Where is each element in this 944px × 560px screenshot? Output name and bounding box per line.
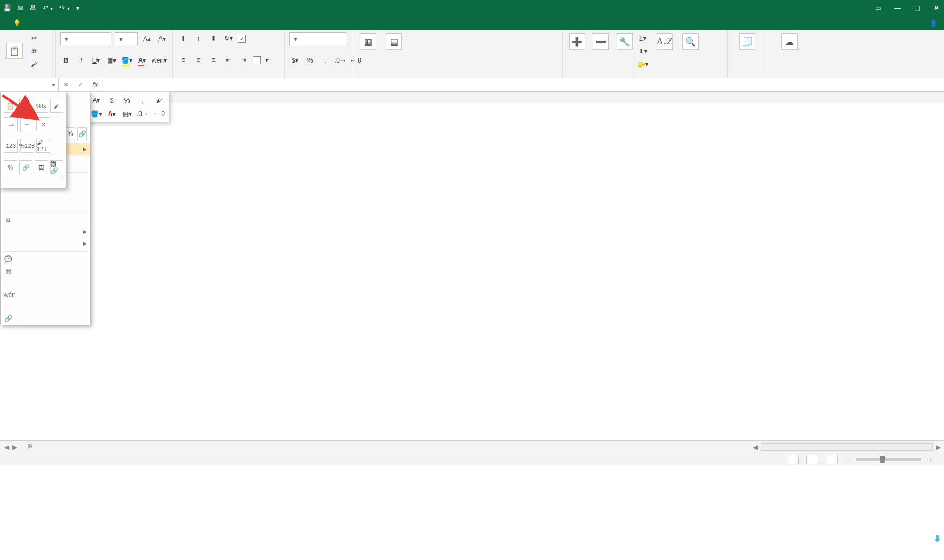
menu-define-name[interactable] xyxy=(1,301,90,313)
sub-paste-colwidth-icon[interactable]: ↔ xyxy=(20,117,34,131)
bold-button[interactable]: B xyxy=(60,55,72,66)
sub-paste-formulas-num-icon[interactable]: %fx xyxy=(35,99,48,113)
increase-decimal-icon[interactable]: .0→ xyxy=(334,55,346,66)
sub-link-icon[interactable]: 🔗 xyxy=(19,160,33,174)
minimize-icon[interactable]: — xyxy=(893,4,902,12)
menu-quick-analysis[interactable]: ⧈ xyxy=(1,214,90,226)
formula-input[interactable] xyxy=(103,78,944,91)
sub-paste-noborder-icon[interactable]: ▭ xyxy=(4,117,18,131)
zoom-slider[interactable] xyxy=(856,458,921,461)
indent-increase-icon[interactable]: ⇥ xyxy=(238,54,250,66)
menu-clear-contents[interactable] xyxy=(1,198,90,210)
find-select-button[interactable]: 🔍 xyxy=(680,32,701,52)
sub-values-icon[interactable]: 123 xyxy=(4,139,18,153)
sheet-nav-next-icon[interactable]: ▶ xyxy=(12,443,17,451)
fx-icon[interactable]: fx xyxy=(88,78,103,91)
qat-customize-icon[interactable]: ▾ xyxy=(76,4,79,12)
align-left-icon[interactable]: ≡ xyxy=(177,54,189,66)
menu-format-cells[interactable]: ▦ xyxy=(1,265,90,277)
mini-format-painter-icon[interactable]: 🖌 xyxy=(152,95,165,106)
sub-paste-keep-src-icon[interactable]: 🖌 xyxy=(50,99,64,113)
percent-format-icon[interactable]: % xyxy=(304,55,316,66)
sub-paste-icon[interactable]: 📋 xyxy=(4,99,17,113)
qat-redo-icon[interactable]: ↷▾ xyxy=(59,4,70,12)
sub-formatting-icon[interactable]: % xyxy=(4,160,17,174)
border-button[interactable]: ▦▾ xyxy=(105,55,117,66)
paste-opt-link-icon[interactable]: 🔗 xyxy=(77,127,87,140)
enter-formula-icon[interactable]: ✓ xyxy=(73,78,88,91)
merge-center-button[interactable]: ▾ xyxy=(253,56,269,64)
font-color-button[interactable]: A▾ xyxy=(136,55,148,66)
mini-border-icon[interactable]: ▦▾ xyxy=(121,109,133,119)
mini-fill-color-icon[interactable]: 🪣▾ xyxy=(90,109,103,119)
mini-inc-decimal-icon[interactable]: .0→ xyxy=(136,109,149,119)
comma-format-icon[interactable]: , xyxy=(319,55,331,66)
clear-button[interactable]: 🧽 ▾ xyxy=(637,58,649,70)
qat-email-icon[interactable]: ✉ xyxy=(18,4,23,12)
orientation-icon[interactable]: ↻▾ xyxy=(223,32,235,44)
zoom-out-icon[interactable]: − xyxy=(845,456,848,463)
number-format-combo[interactable]: ▾ xyxy=(289,32,346,45)
view-page-layout-icon[interactable] xyxy=(806,455,818,464)
menu-hyperlink[interactable]: 🔗 xyxy=(1,313,90,325)
decrease-font-icon[interactable]: A▾ xyxy=(156,33,168,45)
mini-percent-icon[interactable]: % xyxy=(121,95,133,106)
font-size-combo[interactable]: ▾ xyxy=(115,32,138,45)
share-button[interactable]: 👤 xyxy=(929,19,938,27)
align-middle-icon[interactable]: ↕ xyxy=(192,32,204,44)
fill-button[interactable]: ⬇ ▾ xyxy=(637,45,649,57)
increase-font-icon[interactable]: A▴ xyxy=(141,33,153,45)
mini-dec-decimal-icon[interactable]: ←.0 xyxy=(152,109,165,119)
paste-button[interactable]: 📋 xyxy=(4,42,25,61)
align-center-icon[interactable]: ≡ xyxy=(192,54,204,66)
mini-font-color-icon[interactable]: A▾ xyxy=(106,109,118,119)
fill-color-button[interactable]: 🪣▾ xyxy=(120,55,133,66)
save-to-baidu-button[interactable]: ☁ xyxy=(772,32,807,52)
sub-linked-pic-icon[interactable]: 🖼🔗 xyxy=(50,160,64,174)
close-icon[interactable]: ✕ xyxy=(932,4,941,12)
align-bottom-icon[interactable]: ⬇ xyxy=(207,32,219,44)
qat-save-icon[interactable]: 💾 xyxy=(3,4,11,12)
qat-undo-icon[interactable]: ↶▾ xyxy=(43,4,53,12)
sub-picture-icon[interactable]: 🖼 xyxy=(35,160,48,174)
cut-button[interactable]: ✂ xyxy=(28,32,40,44)
tell-me-search[interactable]: 💡 xyxy=(13,16,24,30)
italic-button[interactable]: I xyxy=(75,55,87,66)
sheet-nav[interactable]: ◀▶ xyxy=(0,441,22,454)
wrap-text-button[interactable]: ✓ xyxy=(238,35,248,43)
new-sheet-button[interactable]: ⊕ xyxy=(22,441,38,454)
menu-show-phonetic[interactable]: wén xyxy=(1,289,90,301)
view-page-break-icon[interactable] xyxy=(826,455,838,464)
sub-paste-transpose-icon[interactable]: ⤭ xyxy=(36,117,50,131)
format-as-table-button[interactable]: ▤ xyxy=(384,32,404,52)
menu-sort[interactable] xyxy=(1,238,90,249)
sort-filter-button[interactable]: A↓Z xyxy=(654,32,675,52)
maximize-icon[interactable]: ▢ xyxy=(913,4,921,12)
menu-filter[interactable] xyxy=(1,226,90,238)
font-name-combo[interactable]: ▾ xyxy=(60,32,111,45)
align-top-icon[interactable]: ⬆ xyxy=(177,32,189,44)
view-normal-icon[interactable] xyxy=(787,455,799,464)
ribbon-display-options-icon[interactable]: ▭ xyxy=(874,4,882,12)
copy-button[interactable]: ⧉ xyxy=(28,45,40,57)
align-right-icon[interactable]: ≡ xyxy=(207,54,219,66)
mini-decrease-font-icon[interactable]: A▾ xyxy=(90,95,103,106)
horizontal-scrollbar[interactable]: ◀▶ xyxy=(749,441,944,454)
autosum-button[interactable]: Σ ▾ xyxy=(637,32,649,44)
qat-print-icon[interactable]: 🖶 xyxy=(30,4,36,12)
menu-pick-from-list[interactable] xyxy=(1,277,90,289)
sub-values-num-icon[interactable]: %123 xyxy=(20,139,34,153)
spreadsheet-grid[interactable]: ▾ ▾ A▴ A▾ $ % , 🖌 B I ≡ 🪣▾ A▾ ▦▾ .0→ ←.0… xyxy=(0,92,944,440)
underline-button[interactable]: U▾ xyxy=(90,55,102,66)
insert-cells-button[interactable]: ➕ xyxy=(567,32,587,52)
indent-decrease-icon[interactable]: ⇤ xyxy=(223,54,235,66)
menu-insert-comment[interactable]: 💬 xyxy=(1,253,90,265)
delete-cells-button[interactable]: ➖ xyxy=(591,32,611,52)
sheet-nav-prev-icon[interactable]: ◀ xyxy=(4,443,9,451)
cancel-formula-icon[interactable]: ✕ xyxy=(59,78,73,91)
accounting-format-icon[interactable]: $▾ xyxy=(289,55,301,66)
name-box[interactable]: ▾ xyxy=(0,78,59,91)
zoom-in-icon[interactable]: + xyxy=(929,456,932,463)
sub-paste-special-item[interactable] xyxy=(4,181,63,186)
sub-values-src-icon[interactable]: 🖌123 xyxy=(36,139,50,153)
